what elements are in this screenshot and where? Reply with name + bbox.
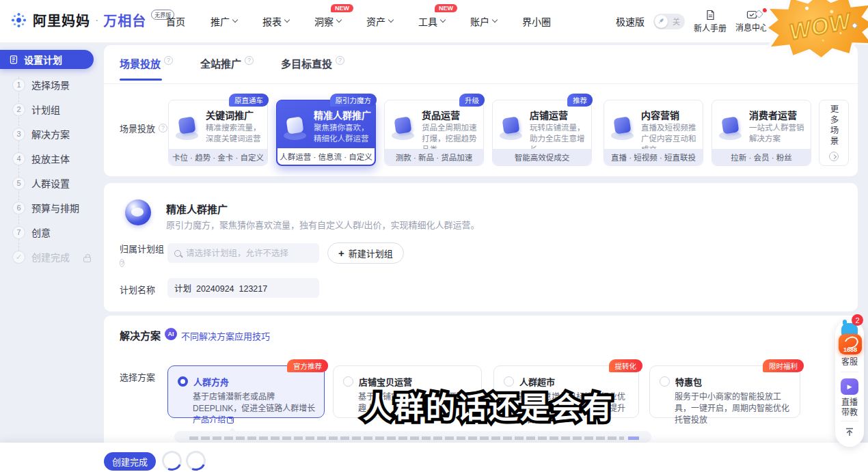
search-icon	[174, 250, 181, 257]
scene-card-goods[interactable]: 升级 货品运营 货品全周期加速打爆，挖掘趋势品类 测款 · 新品 · 货品加速	[384, 100, 484, 166]
scene-row-label: 场景投放	[120, 122, 167, 135]
sidebar-step-scene[interactable]: 1 选择场景	[12, 78, 70, 92]
mode-tabs: 场景投放 全站推广 多目标直投	[120, 56, 344, 81]
product-intro-link[interactable]: 产品介绍	[193, 415, 226, 425]
scene-card-icon	[499, 117, 524, 141]
nav-item-jiexiaoquan[interactable]: 界小圈	[522, 14, 551, 28]
help-icon[interactable]	[245, 56, 254, 65]
radio-unselected[interactable]	[504, 376, 514, 387]
solution-tooltip-clipped	[174, 431, 651, 443]
document-icon	[705, 10, 716, 20]
scene-card-audience[interactable]: 原引力魔方 精准人群推广 聚焦猜你喜欢，精细化人群运营 人群运营 · 信息流 ·…	[276, 100, 376, 166]
official-recommend-badge: 官方推荐	[287, 359, 328, 372]
plan-group-input[interactable]	[186, 249, 312, 258]
solution-option-crowd-market[interactable]: 提转化 人群超市 基于生意增长目标挖掘行业优质人群，扩大人群拿量，提升人群渗透	[493, 365, 639, 418]
scene-panel: 场景投放 全站推广 多目标直投 场景投放 原直通车 关键词推广 精准搜索流量，深…	[104, 45, 858, 176]
scene-card-consumer[interactable]: 消费者运营 一站式人群营销解决方案 拉新 · 会员 · 粉丝	[711, 100, 811, 166]
tab-multi-goal[interactable]: 多目标直投	[281, 56, 344, 81]
solution-option-special-pack[interactable]: 限时福利 特惠包 服务于中小商家的智能投放工具，一键开启，周期内智能优化托管投放	[649, 365, 800, 418]
chevron-right-circle-icon	[829, 152, 839, 161]
scene-card-keyword[interactable]: 原直通车 关键词推广 精准搜索流量，深度关键词运营 卡位 · 趋势 · 金卡 ·…	[168, 100, 268, 166]
nav-item-reports[interactable]: 报表	[262, 14, 289, 28]
sidebar-step-solution[interactable]: 3 解决方案	[12, 127, 70, 141]
live-video-icon[interactable]	[841, 378, 858, 395]
radio-unselected[interactable]	[343, 376, 353, 387]
sidebar-step-audience[interactable]: 5 人群设置	[12, 176, 70, 190]
sidebar-step-plan-group[interactable]: 2 计划组	[12, 102, 60, 116]
rocket-toggle-icon	[655, 15, 668, 28]
lock-icon	[83, 257, 91, 262]
chevron-down-icon	[440, 17, 446, 23]
chevron-down-icon	[284, 17, 290, 23]
brand-product: 万相台	[103, 10, 146, 30]
nav-item-insights[interactable]: 洞察NEW	[314, 14, 341, 28]
nav-utilities: 极速版 关 新人手册 消	[616, 0, 768, 42]
alimama-logo-icon	[10, 11, 28, 29]
message-center-button[interactable]: 消息中心	[735, 10, 768, 33]
live-teaching-button[interactable]: 直播带教	[841, 398, 858, 418]
scene-card-icon	[175, 117, 200, 141]
brand-separator: ·	[95, 14, 98, 27]
back-to-top-icon	[844, 426, 855, 437]
conversion-badge: 提转化	[609, 359, 643, 372]
new-plan-group-button[interactable]: 新建计划组	[327, 242, 404, 264]
step-number: 7	[12, 226, 25, 239]
sidebar-step-target[interactable]: 4 投放主体	[12, 152, 70, 165]
sidebar-step-complete: ✓ 创建完成	[12, 250, 70, 264]
brand-company: 阿里妈妈	[33, 10, 90, 30]
logo-1688-icon[interactable]: 1688	[839, 334, 862, 355]
ai-icon: AI	[165, 328, 177, 340]
nav-item-tools[interactable]: 工具NEW	[418, 14, 445, 28]
step-number: 4	[12, 152, 25, 165]
nav-item-assets[interactable]: 资产	[366, 14, 393, 28]
help-icon[interactable]	[336, 56, 344, 65]
plan-scene-subtitle: 原引力魔方，聚焦猜你喜欢流量，独有自定义人群/出价，实现精细化人群运营。	[166, 218, 480, 231]
help-icon[interactable]	[120, 259, 124, 267]
scene-card-content[interactable]: 内容营销 直播及短视频推广促内容互动和成交 直播 · 短视频 · 短直联投	[603, 100, 703, 166]
radio-selected[interactable]	[178, 376, 188, 387]
solution-title: 解决方案	[120, 328, 161, 342]
plus-icon	[338, 248, 344, 258]
tab-scene-delivery[interactable]: 场景投放	[120, 56, 173, 81]
plan-name-box[interactable]	[167, 278, 319, 298]
message-center-label: 消息中心	[735, 21, 768, 33]
top-nav: 阿里妈妈 · 万相台 无界版 首页 推广 报表 洞察NEW 资产 工具NEW 账…	[0, 0, 868, 42]
plan-name-input[interactable]	[174, 283, 312, 293]
scene-card-icon	[610, 117, 635, 141]
divider	[841, 372, 858, 372]
plan-group-select[interactable]	[167, 243, 319, 263]
help-icon[interactable]	[164, 56, 173, 65]
brand[interactable]: 阿里妈妈 · 万相台 无界版	[10, 10, 174, 30]
sidebar-step-budget[interactable]: 6 预算与排期	[12, 201, 79, 214]
sidebar-step-creative[interactable]: 7 创意	[12, 225, 51, 239]
chevron-down-icon	[492, 17, 498, 23]
solution-tips-link[interactable]: 不同解决方案应用技巧	[181, 329, 270, 342]
sidebar-item-setup-plan[interactable]: 设置计划	[0, 50, 94, 69]
floating-side-rail: 1688 客服 直播带教	[835, 320, 864, 447]
progress-ring	[159, 448, 185, 472]
solution-option-crowd-ark[interactable]: 官方推荐 人群方舟 基于店铺潜新老或品牌DEEPLINK，促进全链路人群增长产品…	[167, 365, 325, 418]
more-scenes-button[interactable]: 更多场景	[819, 100, 849, 166]
back-to-top-button[interactable]	[844, 426, 855, 440]
clipboard-icon	[9, 55, 18, 64]
speed-mode-toggle[interactable]: 关	[653, 14, 685, 29]
step-number: 2	[12, 103, 25, 116]
nav-item-promotion[interactable]: 推广	[211, 14, 237, 28]
nav-item-home[interactable]: 首页	[166, 14, 185, 28]
nav-item-account[interactable]: 账户	[470, 14, 497, 28]
scene-card-shop[interactable]: 推荐 店铺运营 玩转店铺流量，助力全店生意增长 智能高效促成交	[492, 100, 592, 166]
help-icon[interactable]	[159, 124, 167, 133]
step-number: 5	[12, 177, 25, 190]
solution-option-shop-item[interactable]: 店铺宝贝运营 基于店铺宝贝特征，精准匹配兴趣人群	[333, 365, 482, 418]
plan-group-label: 归属计划组	[120, 242, 164, 267]
handbook-button[interactable]: 新人手册	[694, 10, 727, 33]
create-complete-button[interactable]: 创建完成	[104, 452, 156, 471]
upgrade-badge: 升级	[459, 94, 485, 107]
select-solution-label: 选择方案	[120, 370, 155, 383]
customer-service-button[interactable]: 客服	[835, 357, 864, 367]
tab-sitewide-promo[interactable]: 全站推广	[200, 56, 254, 81]
sidebar-current-label: 设置计划	[24, 53, 62, 66]
toggle-state-label: 关	[673, 16, 680, 27]
main-menu: 首页 推广 报表 洞察NEW 资产 工具NEW 账户 界小圈	[166, 0, 551, 42]
radio-unselected[interactable]	[660, 376, 670, 387]
